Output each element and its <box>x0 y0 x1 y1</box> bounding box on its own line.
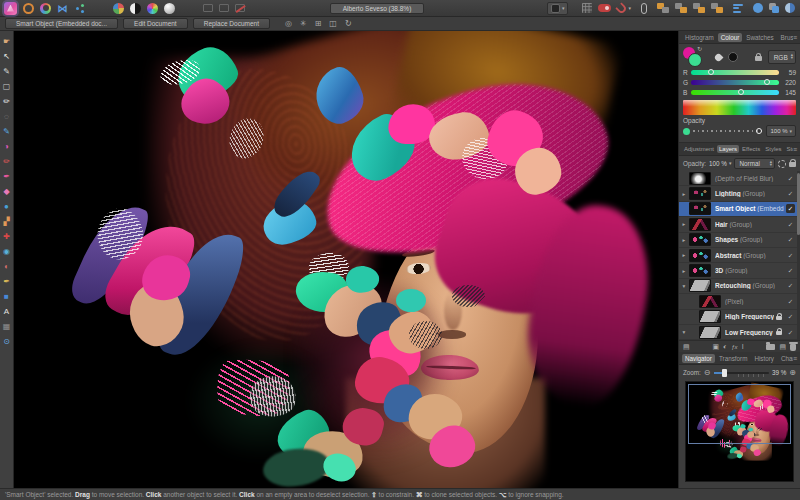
lock-icon[interactable] <box>789 162 796 167</box>
layer-row[interactable]: (Pixel)✓ <box>679 294 800 309</box>
blur-tool[interactable]: ◉ <box>0 244 13 259</box>
navigator-preview[interactable] <box>685 381 794 482</box>
green-slider[interactable] <box>691 80 779 85</box>
layer-row-hair[interactable]: ▸Hair (Group)✓ <box>679 217 800 232</box>
visibility-checkbox[interactable]: ✓ <box>786 220 795 229</box>
layer-row-smart-object[interactable]: Smart Object (Embedded docume✓ <box>679 202 800 217</box>
marquee-tool[interactable]: ◌ <box>0 109 13 124</box>
layer-row-shapes[interactable]: ▸Shapes (Group)✓ <box>679 233 800 248</box>
stepper-icon[interactable]: ▴▾ <box>770 161 772 166</box>
colour-pie-icon[interactable] <box>113 3 124 14</box>
geometry-subtract-icon[interactable] <box>769 3 779 13</box>
rotate-canvas-icon[interactable] <box>235 4 245 12</box>
tab-layers[interactable]: Layers <box>717 145 739 153</box>
layer-thumbnail[interactable] <box>689 233 711 246</box>
preview-icon[interactable]: ◫ <box>329 20 337 28</box>
visibility-checkbox[interactable]: ✓ <box>786 297 795 306</box>
visibility-checkbox[interactable]: ✓ <box>786 189 795 198</box>
layer-row-low-frequency[interactable]: ▾Low Frequency (Pixel)✓ <box>679 325 800 340</box>
replace-document-button[interactable]: Replace Document <box>193 18 270 29</box>
mirror-view-icon[interactable] <box>219 4 229 12</box>
visibility-checkbox[interactable]: ✓ <box>786 281 795 290</box>
layer-thumbnail[interactable] <box>689 279 711 292</box>
new-group-icon[interactable] <box>766 344 775 350</box>
geometry-add-icon[interactable] <box>753 3 763 13</box>
zoom-in-icon[interactable]: ⊕ <box>789 369 796 377</box>
tone-mapping-persona-icon[interactable]: ⋈ <box>57 3 68 14</box>
blue-slider[interactable] <box>691 90 779 95</box>
delete-layer-icon[interactable] <box>790 344 796 351</box>
colour-spectrum[interactable] <box>683 100 796 115</box>
visibility-checkbox[interactable]: ✓ <box>786 312 795 321</box>
swap-colours-icon[interactable]: ↻ <box>697 45 702 52</box>
insert-behind-icon[interactable] <box>657 3 669 13</box>
expand-down-icon[interactable]: ▾ <box>681 283 687 289</box>
zoom-fit-icon[interactable]: ⊞ <box>315 20 322 28</box>
opacity-slider[interactable] <box>693 130 763 132</box>
expand-down-icon[interactable]: ▾ <box>681 329 687 335</box>
green-slider-handle[interactable] <box>764 79 770 85</box>
tab-colour[interactable]: Colour <box>718 33 743 42</box>
stepper-icon[interactable]: ▴▾ <box>791 54 793 59</box>
colour-picker-tool[interactable]: ✎ <box>0 64 13 79</box>
crop-tool[interactable]: ▢ <box>0 79 13 94</box>
add-effects-icon[interactable]: ƒx <box>731 344 737 350</box>
pixel-alignment-toggle[interactable] <box>598 4 611 12</box>
tab-effects[interactable]: Effects <box>740 145 762 153</box>
zoom-slider-handle[interactable] <box>722 369 727 377</box>
pixel-tool[interactable]: ✏ <box>0 154 13 169</box>
expand-right-icon[interactable]: ▸ <box>681 252 687 258</box>
view-tool[interactable]: ☛ <box>0 34 13 49</box>
document-title[interactable]: Alberto Seveso (38.8%) <box>330 3 424 14</box>
expand-right-icon[interactable]: ▸ <box>681 237 687 243</box>
snapping-magnet-icon[interactable]: ▾ <box>617 4 631 13</box>
layer-thumbnail[interactable] <box>699 295 721 308</box>
expand-right-icon[interactable]: ▸ <box>681 191 687 197</box>
visibility-checkbox[interactable]: ✓ <box>786 235 795 244</box>
assistant-icon[interactable] <box>641 3 647 14</box>
colour-mode-select[interactable]: RGB ▴▾ <box>768 50 796 64</box>
visibility-checkbox[interactable]: ✓ <box>786 266 795 275</box>
layer-thumbnail[interactable] <box>689 187 711 200</box>
add-adjustment-icon[interactable]: ◐ <box>723 343 727 350</box>
eyedropper-icon[interactable] <box>714 52 724 62</box>
layers-opacity-select[interactable]: 100 % ▾ <box>709 160 731 167</box>
layer-row-retouching[interactable]: ▾Retouching (Group)✓ <box>679 279 800 294</box>
rotate-icon[interactable]: ↻ <box>345 20 352 28</box>
tab-histogram[interactable]: Histogram <box>682 33 717 42</box>
red-slider-handle[interactable] <box>708 69 714 75</box>
layer-row[interactable]: (Depth of Field Blur)✓ <box>679 171 800 186</box>
layer-thumbnail[interactable] <box>689 172 711 185</box>
tab-transform[interactable]: Transform <box>716 354 750 363</box>
pen-tool[interactable]: ✒ <box>0 274 13 289</box>
canvas[interactable] <box>14 31 678 488</box>
layer-row-lighting[interactable]: ▸Lighting (Group)✓ <box>679 186 800 201</box>
layer-thumbnail[interactable] <box>699 310 721 323</box>
healing-tool[interactable]: ✚ <box>0 229 13 244</box>
shape-tool[interactable]: ■ <box>0 289 13 304</box>
layer-thumbnail[interactable] <box>689 202 711 215</box>
clone-tool[interactable]: ▞ <box>0 214 13 229</box>
opacity-value-select[interactable]: 100 % ▾ <box>766 125 796 137</box>
view-quality-button[interactable]: ▾ <box>547 2 569 15</box>
zoom-tool[interactable]: ⊙ <box>0 334 13 349</box>
blend-options-icon[interactable]: ▤ <box>683 343 690 350</box>
opacity-slider-handle[interactable] <box>756 128 762 134</box>
export-persona-icon[interactable] <box>74 3 85 14</box>
layer-thumbnail[interactable] <box>689 249 711 262</box>
layer-row-abstract[interactable]: ▸Abstract (Group)✓ <box>679 248 800 263</box>
alignment-icon[interactable] <box>733 4 743 13</box>
lock-icon[interactable] <box>755 56 762 61</box>
paint-brush-tool[interactable]: ✎ <box>0 124 13 139</box>
add-text-icon[interactable]: I <box>742 343 744 350</box>
develop-persona-icon[interactable] <box>40 3 51 14</box>
tab-brushes[interactable]: Brushes <box>778 33 793 42</box>
mesh-tool[interactable]: ▦ <box>0 319 13 334</box>
geometry-divide-icon[interactable] <box>785 3 795 13</box>
add-mask-icon[interactable]: ▣ <box>712 343 719 350</box>
colour-wheel-icon[interactable] <box>147 3 158 14</box>
insert-on-top-icon[interactable] <box>711 3 723 13</box>
primary-colour-swatch[interactable] <box>688 53 702 67</box>
layer-row-3d[interactable]: ▸3D (Group)✓ <box>679 263 800 278</box>
tab-navigator[interactable]: Navigator <box>682 354 715 363</box>
